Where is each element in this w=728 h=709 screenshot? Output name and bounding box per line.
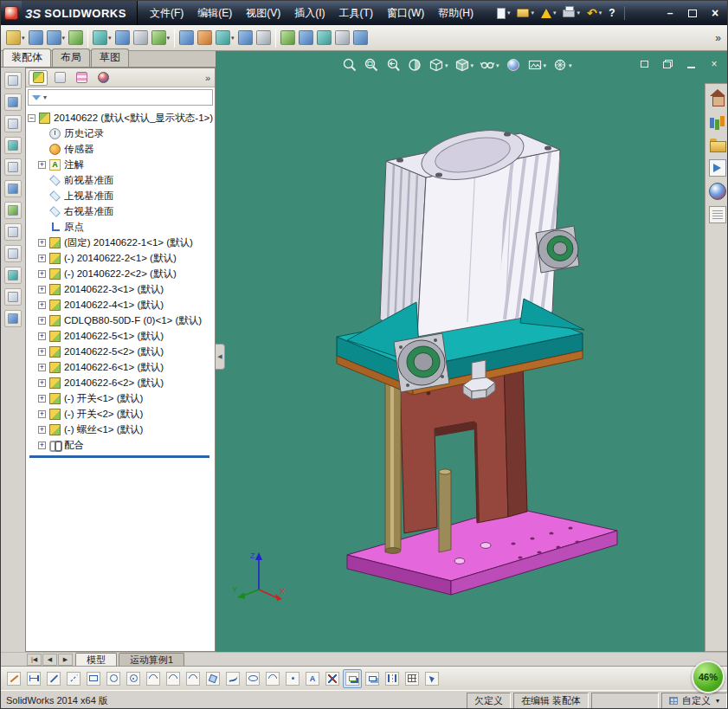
menu-file[interactable]: 文件(F) <box>143 2 190 25</box>
dropdown-caret-icon[interactable]: ▾ <box>108 35 112 42</box>
propertymanager-tab[interactable] <box>50 70 69 86</box>
minimize-window-button[interactable] <box>685 58 697 70</box>
hide-show-items-button[interactable]: ▾ <box>480 57 499 73</box>
measure-button[interactable] <box>297 27 315 49</box>
interference-detection-button[interactable] <box>279 27 297 49</box>
tree-item-component[interactable]: +CDLQB80-50D-F (0)<1> (默认) <box>28 313 215 328</box>
edit-appearance-button[interactable] <box>506 57 521 73</box>
dropdown-caret-icon[interactable]: ▾ <box>553 10 557 16</box>
tile-window-button[interactable] <box>661 58 673 70</box>
file-explorer-tab[interactable] <box>709 136 726 153</box>
mass-properties-button[interactable] <box>315 27 333 49</box>
left-view-button[interactable] <box>4 115 22 132</box>
move-component-button[interactable]: ▾ <box>91 27 113 49</box>
hidden-lines-removed-button[interactable] <box>4 288 22 306</box>
new-motion-study-button[interactable] <box>196 27 214 49</box>
mirror-entities-button[interactable] <box>383 669 402 688</box>
tree-item-component[interactable]: +(-) 螺丝<1> (默认) <box>28 422 215 437</box>
previous-view-button[interactable] <box>385 57 401 73</box>
mate-button[interactable] <box>27 27 45 49</box>
isometric-view-button[interactable] <box>4 202 22 219</box>
show-hidden-components-button[interactable] <box>132 27 150 49</box>
centerline-button[interactable] <box>64 669 83 688</box>
assembly-features-button[interactable]: ▾ <box>150 27 172 49</box>
top-view-button[interactable] <box>4 158 22 176</box>
trim-entities-button[interactable] <box>323 669 342 688</box>
tab-assembly[interactable]: 装配体 <box>3 48 51 67</box>
tree-item-component[interactable]: +(-) 20140622-2<1> (默认) <box>28 250 215 266</box>
rollback-bar[interactable] <box>29 455 209 458</box>
tangent-arc-button[interactable] <box>164 669 183 688</box>
dropdown-caret-icon[interactable]: ▾ <box>716 697 719 705</box>
collapse-icon[interactable]: − <box>28 114 35 122</box>
expand-icon[interactable]: + <box>38 270 46 278</box>
dropdown-caret-icon[interactable]: ▾ <box>471 62 474 69</box>
menu-view[interactable]: 视图(V) <box>239 2 287 25</box>
expand-icon[interactable]: + <box>38 395 46 403</box>
expand-icon[interactable]: + <box>38 255 46 262</box>
view-palette-tab[interactable] <box>709 159 726 177</box>
tree-item-component[interactable]: +20140622-4<1> (默认) <box>28 297 215 313</box>
expand-icon[interactable]: + <box>38 332 46 340</box>
zoom-to-fit-button[interactable] <box>342 57 358 73</box>
menu-tools[interactable]: 工具(T) <box>332 2 380 25</box>
sketch-fillet-button[interactable] <box>263 669 282 688</box>
tree-item-component[interactable]: +20140622-3<1> (默认) <box>28 281 215 297</box>
right-view-button[interactable] <box>4 137 22 154</box>
move-entities-button[interactable] <box>422 669 441 688</box>
dropdown-caret-icon[interactable]: ▾ <box>231 35 235 42</box>
assembly-model-3d[interactable] <box>216 51 728 652</box>
print-button[interactable]: ▾ <box>560 8 583 19</box>
expand-icon[interactable]: + <box>38 301 46 309</box>
tree-item-mates[interactable]: +配合 <box>28 437 215 453</box>
design-library-tab[interactable] <box>709 113 726 130</box>
minimize-button[interactable]: – <box>660 4 680 22</box>
dropdown-caret-icon[interactable]: ▾ <box>544 62 547 69</box>
front-view-button[interactable] <box>4 72 22 89</box>
dropdown-caret-icon[interactable]: ▾ <box>496 62 499 69</box>
wireframe-display-button[interactable] <box>4 245 22 262</box>
tree-item-origin[interactable]: 原点 <box>28 219 215 235</box>
menu-edit[interactable]: 编辑(E) <box>190 2 239 25</box>
first-tab-button[interactable]: |◀ <box>27 654 42 666</box>
manager-overflow-button[interactable]: » <box>205 73 212 83</box>
polygon-button[interactable] <box>203 669 222 688</box>
expand-icon[interactable]: + <box>38 426 46 434</box>
tree-root-item[interactable]: − 20140622 (默认<默认_显示状态-1>) <box>28 110 215 126</box>
expand-icon[interactable]: + <box>38 348 46 356</box>
section-view-button[interactable] <box>333 27 351 49</box>
corner-rectangle-button[interactable] <box>84 669 103 688</box>
display-style-button[interactable]: ▾ <box>454 57 474 73</box>
view-settings-button[interactable]: ▾ <box>552 57 572 73</box>
options-button[interactable] <box>351 27 370 49</box>
tree-filter-bar[interactable]: ▾ <box>28 89 213 106</box>
rotate-component-button[interactable] <box>113 27 132 49</box>
point-button[interactable] <box>283 669 302 688</box>
expand-icon[interactable]: + <box>38 442 46 449</box>
appearances-tab[interactable] <box>709 183 726 200</box>
dropdown-caret-icon[interactable]: ▾ <box>599 10 602 16</box>
close-window-button[interactable]: × <box>708 58 720 70</box>
dropdown-caret-icon[interactable]: ▾ <box>22 35 25 42</box>
menu-insert[interactable]: 插入(I) <box>287 2 332 25</box>
linear-sketch-pattern-button[interactable] <box>403 669 422 688</box>
expand-icon[interactable]: + <box>38 364 46 371</box>
dropdown-caret-icon[interactable]: ▾ <box>569 62 572 69</box>
back-view-button[interactable] <box>4 93 22 111</box>
tree-item-component[interactable]: +20140622-5<1> (默认) <box>28 328 215 344</box>
customize-cell[interactable]: 自定义▾ <box>661 693 727 709</box>
tree-item-front-plane[interactable]: 前视基准面 <box>28 172 215 188</box>
expand-icon[interactable]: + <box>38 317 46 325</box>
explode-line-sketch-button[interactable] <box>254 27 273 49</box>
tree-item-top-plane[interactable]: 上视基准面 <box>28 188 215 203</box>
expand-icon[interactable]: + <box>38 379 46 387</box>
expand-icon[interactable]: + <box>38 410 46 418</box>
tree-item-component[interactable]: +20140622-5<2> (默认) <box>28 344 215 359</box>
next-tab-button[interactable]: ▶ <box>58 654 73 666</box>
tab-layout[interactable]: 布局 <box>52 48 90 67</box>
zoom-to-area-button[interactable] <box>364 57 379 73</box>
maximize-button[interactable] <box>682 4 703 22</box>
tree-item-component[interactable]: +(固定) 20140622-1<1> (默认) <box>28 235 215 250</box>
expand-icon[interactable]: + <box>38 161 46 169</box>
custom-properties-tab[interactable] <box>709 206 726 223</box>
